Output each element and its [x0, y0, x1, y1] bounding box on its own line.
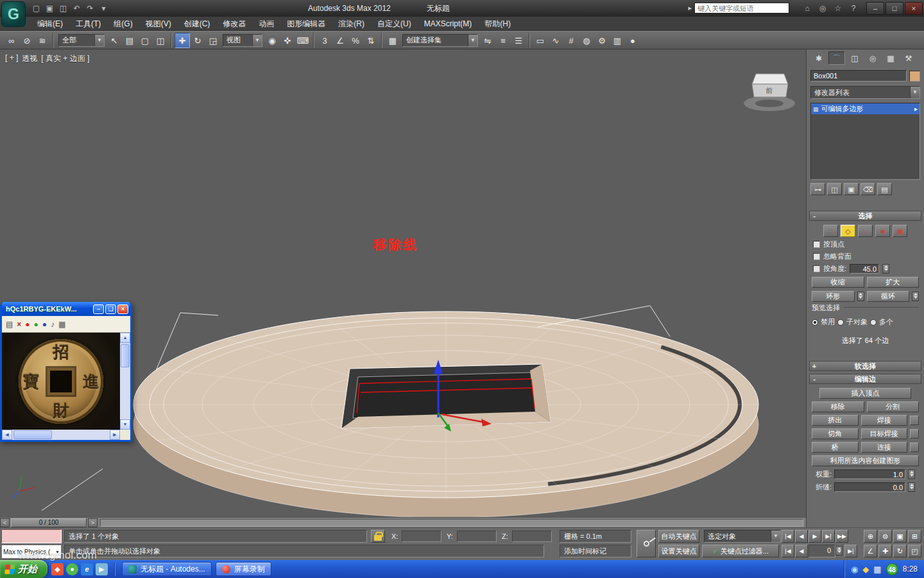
3dsmax-logo-icon[interactable]: G [1, 1, 26, 27]
rollout-soft-selection-header[interactable]: + 软选择 [809, 361, 921, 371]
field-of-view-icon[interactable]: ∠ [864, 545, 877, 557]
play-animation-button[interactable]: ▶ [809, 530, 821, 543]
task-screen-recorder-button[interactable]: 屏幕录制 [216, 562, 271, 576]
menu-group[interactable]: 组(G) [107, 17, 139, 30]
checkbox-box[interactable] [813, 241, 820, 248]
layer-manager-icon[interactable]: ☰ [511, 33, 526, 48]
dropdown-arrow-icon[interactable]: ▼ [468, 35, 477, 46]
ring-button[interactable]: 环形 [812, 291, 855, 302]
tab-display[interactable]: ▦ [882, 51, 899, 65]
previous-key-button[interactable]: ◀ [795, 545, 808, 557]
use-pivot-center-icon[interactable]: ◉ [264, 33, 280, 48]
win-close-button[interactable]: × [117, 304, 128, 314]
checkbox-box[interactable] [813, 253, 820, 260]
grow-button[interactable]: 扩大 [867, 277, 920, 288]
redo-icon[interactable]: ↷ [83, 0, 97, 17]
delete-icon[interactable]: × [17, 320, 21, 329]
orbit-view-icon[interactable]: ↻ [893, 545, 907, 557]
insert-vertex-button[interactable]: 插入顶点 [819, 388, 911, 399]
select-by-name-icon[interactable]: ▤ [122, 33, 137, 48]
dropdown-arrow-icon[interactable]: ▼ [252, 35, 262, 46]
tray-icon-messenger[interactable]: ◉ [851, 565, 858, 574]
modifier-list-dropdown[interactable]: 修改器列表 ▼ [810, 86, 920, 99]
previous-frame-button[interactable]: ◀ [795, 530, 808, 543]
dropdown-arrow-icon[interactable]: ▼ [94, 35, 104, 46]
zoom-all-icon[interactable]: ⊜ [878, 530, 892, 543]
viewcube-front-label[interactable]: 前 [766, 87, 773, 94]
bind-to-space-warp-icon[interactable]: ≋ [35, 33, 50, 48]
macro-recorder-field[interactable] [1, 529, 62, 543]
menu-customize[interactable]: 自定义(U) [371, 17, 418, 30]
print-icon[interactable]: ▤ [6, 320, 13, 329]
vscroll-thumb[interactable] [121, 344, 130, 367]
keyboard-override-icon[interactable]: ⌨ [295, 33, 311, 48]
angle-value-field[interactable]: 45.0 [850, 264, 879, 274]
scroll-left-icon[interactable]: ◀ [2, 430, 12, 440]
align-icon[interactable]: ≡ [495, 33, 511, 48]
viewport-pov-menu[interactable]: 透视 [22, 53, 37, 64]
unlink-selection-icon[interactable]: ⊘ [19, 33, 35, 48]
track-bar-ruler[interactable] [100, 519, 803, 527]
pan-view-icon[interactable]: ✚ [878, 545, 892, 557]
time-slider-handle[interactable]: 0 / 100 [11, 518, 87, 527]
graphite-ribbon-icon[interactable]: ▭ [533, 33, 548, 48]
tray-icon-security[interactable]: ◆ [862, 565, 869, 574]
loop-spinner[interactable] [912, 292, 919, 301]
tab-utilities[interactable]: ⚒ [900, 51, 917, 65]
snap-toggle-3d-icon[interactable]: 3 [317, 33, 332, 48]
image-viewer-window[interactable]: hQc1RBYG-EKEkW... –❏× ▤×●●●♪▦ 招 進 財 寶 ▲ … [0, 302, 132, 442]
maximize-viewport-icon[interactable]: ◰ [908, 545, 921, 557]
target-weld-button[interactable]: 目标焊接 [861, 428, 908, 439]
go-to-start-button[interactable]: |◀ [782, 530, 794, 543]
vertex-mode-icon[interactable]: ∷ [823, 225, 838, 237]
resize-grip[interactable] [120, 430, 130, 440]
quick-launch-icon-2[interactable]: ● [66, 563, 78, 575]
object-color-swatch[interactable] [909, 71, 920, 82]
angle-snap-icon[interactable]: ∠ [332, 33, 348, 48]
crease-spinner[interactable] [908, 482, 915, 492]
win-minimize-button[interactable]: – [93, 304, 104, 314]
loop-button[interactable]: 循环 [867, 291, 910, 302]
mirror-icon[interactable]: ⇋ [480, 33, 495, 48]
add-time-tag[interactable]: 添加时间标记 [560, 545, 631, 557]
zoom-icon[interactable]: ⊕ [864, 530, 877, 543]
hscroll-thumb[interactable] [13, 430, 52, 439]
coin-model-wireframe[interactable] [42, 306, 758, 517]
select-and-link-icon[interactable]: ∞ [4, 33, 19, 48]
set-key-button[interactable]: 设置关键点 [658, 545, 699, 557]
schematic-view-icon[interactable]: # [563, 33, 579, 48]
stack-item-editable-poly[interactable]: ▦ 可编辑多边形 ▸ [811, 103, 920, 114]
show-end-result-icon[interactable]: ◫ [827, 183, 842, 195]
configure-modifier-sets-icon[interactable]: ▤ [877, 183, 892, 195]
scroll-right-icon[interactable]: ▶ [110, 430, 120, 440]
select-and-rotate-icon[interactable]: ↻ [190, 33, 205, 48]
menu-modifiers[interactable]: 修改器 [216, 17, 252, 30]
next-frame-button[interactable]: ▶| [822, 530, 835, 543]
task-3dsmax-button[interactable]: 无标题 - Autodes... [122, 562, 212, 576]
element-mode-icon[interactable]: ▣ [893, 225, 907, 237]
menu-animation[interactable]: 动画 [252, 17, 280, 30]
select-and-scale-icon[interactable]: ◲ [205, 33, 221, 48]
weight-value-field[interactable]: 1.0 [834, 469, 905, 479]
make-unique-icon[interactable]: ▣ [844, 183, 859, 195]
modifier-stack[interactable]: ▦ 可编辑多边形 ▸ [810, 103, 920, 180]
rollout-selection-header[interactable]: - 选择 [809, 211, 921, 221]
blue-dot-button[interactable]: ● [42, 320, 47, 329]
bridge-button[interactable]: 桥 [812, 442, 859, 453]
menu-maxscript[interactable]: MAXScript(M) [418, 17, 479, 30]
split-button[interactable]: 分割 [867, 401, 920, 412]
render-setup-icon[interactable]: ⚙ [594, 33, 610, 48]
spinner-snap-icon[interactable]: ⇅ [363, 33, 379, 48]
reference-coordinate-dropdown[interactable]: 视图 ▼ [223, 34, 262, 47]
favorites-icon[interactable]: ☆ [830, 0, 846, 17]
render-production-icon[interactable]: ● [625, 33, 640, 48]
selection-lock-button[interactable] [371, 530, 385, 543]
menu-create[interactable]: 创建(C) [178, 17, 217, 30]
x-coordinate-field[interactable] [402, 530, 441, 542]
shrink-button[interactable]: 收缩 [812, 277, 864, 288]
vertical-scrollbar[interactable]: ▲ ▼ [120, 333, 130, 430]
select-and-move-icon[interactable]: ✚ [175, 33, 190, 48]
viewcube[interactable]: 前 [744, 74, 795, 111]
key-mode-toggle-button[interactable]: |◀ [782, 545, 794, 557]
close-button[interactable]: × [905, 2, 923, 15]
